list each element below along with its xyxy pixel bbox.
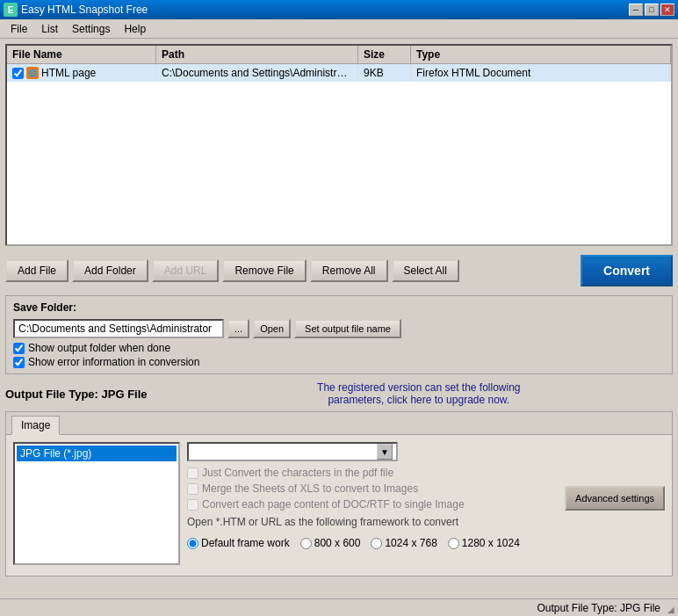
show-error-label: Show error information in conversion: [28, 356, 199, 368]
app-title: Easy HTML Snapshot Free: [21, 4, 148, 16]
radio-800-input[interactable]: [300, 538, 312, 549]
menu-settings[interactable]: Settings: [65, 21, 117, 37]
menu-help[interactable]: Help: [117, 21, 153, 37]
just-convert-label: Just Convert the characters in the pdf f…: [202, 467, 393, 479]
menu-file[interactable]: File: [4, 21, 34, 37]
output-type-label: Output File Type: JPG File: [5, 388, 148, 401]
file-size-cell: 9KB: [358, 64, 411, 82]
col-type: Type: [411, 46, 671, 63]
close-button[interactable]: ✕: [660, 4, 674, 16]
radio-1024[interactable]: 1024 x 768: [371, 537, 436, 549]
just-convert-row: Just Convert the characters in the pdf f…: [187, 467, 558, 479]
col-path: Path: [156, 46, 358, 63]
radio-1024-label: 1024 x 768: [385, 537, 436, 549]
merge-sheets-row: Merge the Sheets of XLS to convert to Im…: [187, 482, 558, 495]
open-folder-button[interactable]: Open: [253, 319, 291, 338]
radio-default-input[interactable]: [187, 538, 198, 549]
file-type-cell: Firefox HTML Document: [411, 64, 671, 82]
file-list-header: File Name Path Size Type: [7, 46, 671, 64]
remove-all-button[interactable]: Remove All: [310, 259, 388, 282]
show-folder-row: Show output folder when done: [13, 342, 665, 354]
status-bar: Output File Type: JPG File ◢: [0, 598, 678, 616]
convert-each-checkbox: [187, 499, 198, 511]
convert-each-label: Convert each page content of DOC/RTF to …: [202, 498, 465, 511]
merge-sheets-label: Merge the Sheets of XLS to convert to Im…: [202, 482, 418, 495]
col-filename: File Name: [7, 46, 156, 63]
file-name: HTML page: [41, 67, 96, 79]
file-type-icon: 🌐: [26, 67, 39, 79]
main-content: File Name Path Size Type 🌐 HTML page C:\…: [0, 39, 678, 582]
radio-800-label: 800 x 600: [314, 537, 361, 549]
format-list[interactable]: JPG File (*.jpg): [13, 442, 180, 565]
title-bar: E Easy HTML Snapshot Free ─ □ ✕: [0, 0, 678, 19]
file-name-cell: 🌐 HTML page: [7, 64, 156, 82]
adv-settings-button[interactable]: Advanced settings: [565, 486, 665, 511]
dropdown-arrow-icon[interactable]: ▼: [377, 444, 393, 460]
status-text: Output File Type: JPG File: [537, 602, 660, 614]
radio-default-label: Default frame work: [201, 537, 290, 549]
minimize-button[interactable]: ─: [629, 4, 643, 16]
add-folder-button[interactable]: Add Folder: [72, 259, 148, 282]
radio-1280-label: 1280 x 1024: [462, 537, 520, 549]
merge-sheets-checkbox: [187, 483, 198, 495]
save-folder-row: ... Open Set output file name: [13, 319, 665, 338]
add-file-button[interactable]: Add File: [5, 259, 69, 282]
just-convert-checkbox: [187, 467, 198, 479]
options-panel: ▼ Just Convert the characters in the pdf…: [187, 442, 665, 569]
col-size: Size: [358, 46, 411, 63]
app-icon: E: [4, 3, 18, 17]
radio-1280[interactable]: 1280 x 1024: [448, 537, 520, 549]
output-file-type-row: Output File Type: JPG File The registere…: [5, 381, 673, 406]
show-error-row: Show error information in conversion: [13, 356, 665, 368]
radio-1280-input[interactable]: [448, 538, 459, 549]
set-output-button[interactable]: Set output file name: [294, 319, 401, 338]
upgrade-text[interactable]: The registered version can set the follo…: [165, 381, 673, 406]
title-bar-left: E Easy HTML Snapshot Free: [4, 3, 148, 17]
image-panel-content: JPG File (*.jpg) ▼ Just Convert the char…: [6, 435, 672, 576]
convert-each-row: Convert each page content of DOC/RTF to …: [187, 498, 558, 511]
framework-row: Open *.HTM or URL as the following frame…: [187, 516, 665, 528]
format-list-item[interactable]: JPG File (*.jpg): [17, 446, 177, 461]
radio-row: Default frame work 800 x 600 1024 x 768 …: [187, 537, 665, 549]
file-list-panel: File Name Path Size Type 🌐 HTML page C:\…: [5, 44, 673, 246]
menu-bar: File List Settings Help: [0, 19, 678, 39]
radio-800[interactable]: 800 x 600: [300, 537, 361, 549]
tab-image[interactable]: Image: [11, 416, 60, 435]
mid-options: Just Convert the characters in the pdf f…: [187, 467, 665, 511]
save-folder-title: Save Folder:: [13, 301, 665, 314]
browse-button[interactable]: ...: [227, 319, 249, 338]
file-path-cell: C:\Documents and Settings\Administrator\…: [156, 64, 358, 82]
check-options-col: Just Convert the characters in the pdf f…: [187, 467, 558, 511]
framework-label: Open *.HTM or URL as the following frame…: [187, 516, 458, 528]
table-row[interactable]: 🌐 HTML page C:\Documents and Settings\Ad…: [7, 64, 671, 82]
checkbox-name: 🌐 HTML page: [12, 67, 150, 79]
tab-header: Image: [6, 412, 672, 435]
maximize-button[interactable]: □: [645, 4, 659, 16]
file-checkbox[interactable]: [12, 68, 24, 79]
remove-file-button[interactable]: Remove File: [222, 259, 306, 282]
show-folder-label: Show output folder when done: [28, 342, 170, 354]
options-dropdown[interactable]: ▼: [187, 442, 398, 461]
radio-1024-input[interactable]: [371, 538, 382, 549]
radio-default[interactable]: Default frame work: [187, 537, 290, 549]
save-folder-panel: Save Folder: ... Open Set output file na…: [5, 295, 673, 374]
title-bar-controls: ─ □ ✕: [629, 4, 674, 16]
convert-button[interactable]: Convert: [581, 255, 673, 286]
image-tab-panel: Image JPG File (*.jpg) ▼ Just Conv: [5, 411, 673, 576]
menu-list[interactable]: List: [34, 21, 65, 37]
toolbar: Add File Add Folder Add URL Remove File …: [5, 251, 673, 290]
add-url-button[interactable]: Add URL: [152, 259, 220, 282]
show-folder-checkbox[interactable]: [13, 343, 25, 354]
folder-path-input[interactable]: [13, 319, 224, 338]
upgrade-text-span: The registered version can set the follo…: [317, 381, 520, 406]
resize-grip-icon: ◢: [664, 602, 678, 616]
show-error-checkbox[interactable]: [13, 357, 25, 368]
select-all-button[interactable]: Select All: [392, 259, 459, 282]
